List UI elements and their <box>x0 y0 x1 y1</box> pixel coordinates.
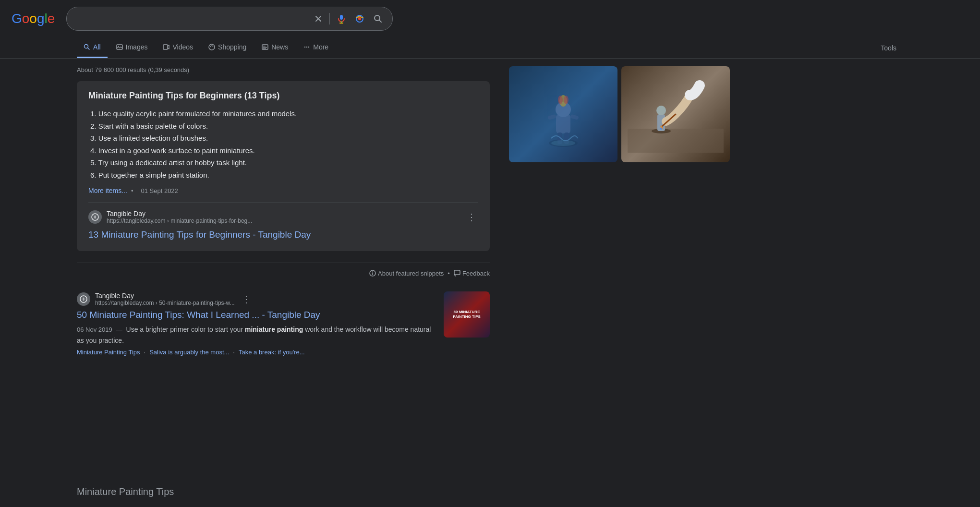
search-input[interactable]: miniature painting tips <box>74 14 308 23</box>
snippet-footer: About featured snippets • Feedback <box>77 263 490 284</box>
results-area: About 79 600 000 results (0,39 seconds) … <box>0 59 980 369</box>
header: Google miniature painting tips <box>0 0 980 37</box>
svg-point-21 <box>308 47 309 48</box>
result-snippet-1: Use a brighter primer color to start you… <box>77 326 431 344</box>
main-results: About 79 600 000 results (0,39 seconds) … <box>77 59 490 369</box>
feedback-icon <box>454 270 460 277</box>
right-image-1 <box>509 66 617 162</box>
result-content-1: Tangible Day https://tangibleday.com › 5… <box>77 291 436 356</box>
snippet-item-6: 6. Put together a simple paint station. <box>88 169 478 181</box>
result-source-url-1: https://tangibleday.com › 50-miniature-p… <box>95 300 235 306</box>
google-logo: Google <box>12 11 55 26</box>
snippet-source: Tangible Day https://tangibleday.com › m… <box>88 202 478 225</box>
result-sep-1: · <box>144 349 146 356</box>
miniature-figure-svg <box>534 76 592 153</box>
source-name: Tangible Day <box>107 210 460 217</box>
snippet-item-5: 5. Try using a dedicated artist or hobby… <box>88 157 478 169</box>
shopping-icon <box>208 44 215 50</box>
nav-tabs: All Images Videos Shopping News <box>0 37 980 59</box>
result-sub-links-1: Miniature Painting Tips · Saliva is argu… <box>77 349 436 356</box>
info-icon <box>369 270 376 277</box>
about-snippets-label: About featured snippets <box>378 270 444 277</box>
source-menu-button[interactable]: ⋮ <box>465 209 478 225</box>
tab-all[interactable]: All <box>77 37 108 58</box>
svg-line-10 <box>88 48 90 50</box>
right-images <box>509 66 730 162</box>
snippet-title: Miniature Painting Tips for Beginners (1… <box>88 91 478 101</box>
search-icon-group <box>312 12 385 25</box>
search-divider <box>329 13 330 24</box>
feedback-label: Feedback <box>462 270 490 277</box>
featured-snippet: Miniature Painting Tips for Beginners (1… <box>77 81 490 251</box>
result-date-1: 06 Nov 2019 <box>77 326 112 333</box>
more-icon <box>303 44 310 50</box>
result-sub-link-1-2[interactable]: Saliva is arguably the most... <box>149 349 229 356</box>
about-featured-snippets[interactable]: About featured snippets <box>369 270 444 277</box>
thumbnail-img-1: 50 MINIATURE PAINTING TIPS <box>444 291 490 338</box>
svg-rect-2 <box>340 15 343 20</box>
result-menu-button-1[interactable]: ⋮ <box>240 291 253 307</box>
all-icon <box>84 44 90 50</box>
lens-button[interactable] <box>353 12 366 25</box>
svg-point-6 <box>358 17 361 20</box>
search-bar[interactable]: miniature painting tips <box>66 7 393 31</box>
right-image-2 <box>621 66 730 162</box>
tab-shopping[interactable]: Shopping <box>202 37 253 58</box>
page-bottom-title: Miniature Painting Tips <box>77 486 174 497</box>
svg-line-8 <box>379 20 382 23</box>
tools-button[interactable]: Tools <box>874 38 903 58</box>
svg-point-25 <box>372 271 373 272</box>
result-thumbnail-1: 50 MINIATURE PAINTING TIPS <box>444 291 490 338</box>
right-panel <box>509 59 730 369</box>
result-meta-1: 06 Nov 2019 — Use a brighter primer colo… <box>77 324 436 346</box>
svg-point-20 <box>306 47 307 48</box>
snippet-item-1: 1. Use quality acrylic paint formulated … <box>88 108 478 120</box>
svg-point-19 <box>304 47 305 48</box>
snippet-link[interactable]: 13 Miniature Painting Tips for Beginners… <box>88 229 478 241</box>
snippet-item-2: 2. Start with a basic palette of colors. <box>88 120 478 133</box>
source-info: Tangible Day https://tangibleday.com › m… <box>107 210 460 224</box>
results-count: About 79 600 000 results (0,39 seconds) <box>77 66 490 73</box>
svg-rect-40 <box>628 129 724 153</box>
svg-point-38 <box>564 96 569 104</box>
tab-videos[interactable]: Videos <box>156 37 200 58</box>
clear-button[interactable] <box>312 12 325 25</box>
tab-more[interactable]: More <box>297 37 335 58</box>
result-favicon-1 <box>77 292 90 306</box>
tab-news[interactable]: News <box>255 37 295 58</box>
feedback-button[interactable]: Feedback <box>454 270 490 277</box>
result-title-1[interactable]: 50 Miniature Painting Tips: What I Learn… <box>77 309 436 322</box>
search-result-1: Tangible Day https://tangibleday.com › 5… <box>77 284 490 356</box>
svg-rect-32 <box>547 114 556 120</box>
snippet-list: 1. Use quality acrylic paint formulated … <box>88 108 478 181</box>
voice-search-button[interactable] <box>335 12 348 25</box>
images-icon <box>116 44 123 50</box>
svg-point-14 <box>209 44 215 50</box>
news-icon <box>262 44 268 50</box>
result-source-1: Tangible Day https://tangibleday.com › 5… <box>77 291 436 307</box>
snippet-item-4: 4. Invest in a good work surface to pain… <box>88 145 478 157</box>
result-sep-2: · <box>233 349 235 356</box>
hand-painting-svg <box>628 76 724 153</box>
svg-point-39 <box>551 140 575 146</box>
snippet-date-sep: • <box>131 187 133 194</box>
tab-images[interactable]: Images <box>109 37 155 58</box>
svg-rect-33 <box>570 114 579 120</box>
footer-sep: • <box>448 270 450 277</box>
svg-point-46 <box>660 128 662 130</box>
result-sub-link-1-3[interactable]: Take a break: if you're... <box>239 349 305 356</box>
svg-rect-13 <box>163 45 168 49</box>
more-items-row: More items... • 01 Sept 2022 <box>88 187 478 194</box>
svg-rect-26 <box>454 270 460 275</box>
source-url: https://tangibleday.com › miniature-pain… <box>107 217 460 224</box>
videos-icon <box>163 44 169 50</box>
result-source-info-1: Tangible Day https://tangibleday.com › 5… <box>95 292 235 306</box>
source-favicon <box>88 210 102 224</box>
result-sub-link-1-1[interactable]: Miniature Painting Tips <box>77 349 140 356</box>
svg-point-37 <box>558 96 563 104</box>
snippet-item-3: 3. Use a limited selection of brushes. <box>88 132 478 145</box>
more-items-link[interactable]: More items... <box>88 187 127 194</box>
search-submit-button[interactable] <box>371 12 385 25</box>
svg-rect-11 <box>117 45 122 49</box>
svg-point-43 <box>656 106 666 115</box>
